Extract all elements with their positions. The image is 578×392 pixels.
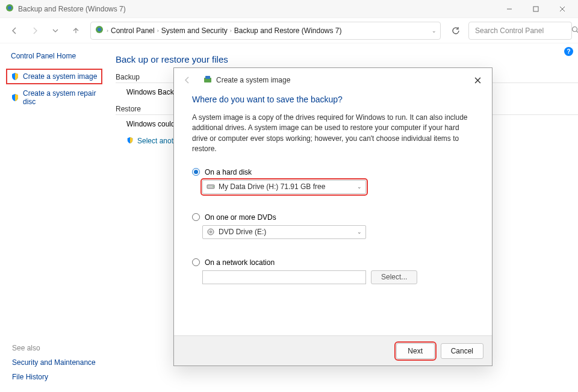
dialog-title: Create a system image xyxy=(216,76,290,84)
svg-point-15 xyxy=(213,186,214,187)
chevron-right-icon: › xyxy=(157,28,159,34)
shield-icon xyxy=(11,72,19,81)
app-icon xyxy=(5,3,14,14)
back-button[interactable] xyxy=(6,22,23,39)
dvd-value: DVD Drive (E:) xyxy=(219,228,266,236)
file-history-link[interactable]: File History xyxy=(12,373,96,381)
svg-point-17 xyxy=(210,231,212,233)
minimize-button[interactable] xyxy=(496,0,523,18)
chevron-right-icon: › xyxy=(230,28,232,34)
maximize-button[interactable] xyxy=(523,0,549,18)
hard-disk-label[interactable]: On a hard disk xyxy=(205,168,252,176)
forward-button[interactable] xyxy=(26,22,43,39)
sidebar: Control Panel Home Create a system image… xyxy=(11,52,107,107)
network-label[interactable]: On a network location xyxy=(205,258,275,267)
backup-target-dvd: On one or more DVDs DVD Drive (E:) ⌄ xyxy=(192,213,474,239)
svg-point-8 xyxy=(573,26,577,31)
dvd-radio[interactable] xyxy=(192,213,200,221)
disc-icon xyxy=(207,228,215,235)
select-network-button[interactable]: Select... xyxy=(371,270,417,284)
network-path-input[interactable] xyxy=(202,270,366,284)
chevron-down-icon: ⌄ xyxy=(357,184,362,190)
dialog-icon xyxy=(203,75,213,86)
chevron-right-icon: › xyxy=(107,28,108,34)
network-radio[interactable] xyxy=(192,258,200,266)
create-repair-disc-label: Create a system repair disc xyxy=(23,89,107,106)
search-input[interactable] xyxy=(468,22,572,40)
up-button[interactable] xyxy=(67,22,84,39)
breadcrumb-system-security[interactable]: System and Security xyxy=(161,26,228,35)
page-title: Back up or restore your files xyxy=(116,54,578,64)
chevron-down-icon[interactable]: ⌄ xyxy=(432,28,437,34)
cancel-button[interactable]: Cancel xyxy=(441,343,483,359)
svg-point-1 xyxy=(8,6,11,10)
backup-target-hard-disk: On a hard disk My Data Drive (H:) 71.91 … xyxy=(192,168,474,194)
close-button[interactable] xyxy=(549,0,576,18)
create-system-image-label: Create a system image xyxy=(23,72,97,81)
control-panel-home-link[interactable]: Control Panel Home xyxy=(11,52,107,60)
see-also: See also Security and Maintenance File H… xyxy=(12,344,96,381)
dvd-select[interactable]: DVD Drive (E:) ⌄ xyxy=(202,225,366,239)
shield-icon xyxy=(11,93,19,102)
chevron-down-icon: ⌄ xyxy=(357,229,362,235)
dialog-description: A system image is a copy of the drives r… xyxy=(192,113,474,155)
search-field[interactable] xyxy=(474,26,567,36)
see-also-label: See also xyxy=(12,344,96,352)
create-repair-disc-link[interactable]: Create a system repair disc xyxy=(11,88,107,107)
dvd-label[interactable]: On one or more DVDs xyxy=(205,213,276,222)
dialog-close-button[interactable] xyxy=(469,72,486,89)
breadcrumb-control-panel[interactable]: Control Panel xyxy=(111,26,155,35)
navbar: › Control Panel › System and Security › … xyxy=(0,18,578,43)
shield-icon xyxy=(126,137,135,145)
security-maintenance-link[interactable]: Security and Maintenance xyxy=(12,358,96,367)
dialog-body: Where do you want to save the backup? A … xyxy=(174,92,492,335)
dialog-footer: Next Cancel xyxy=(174,335,492,366)
search-icon xyxy=(571,26,578,36)
backup-target-network: On a network location Select... xyxy=(192,258,474,284)
breadcrumb-backup-restore[interactable]: Backup and Restore (Windows 7) xyxy=(234,26,342,35)
addressbar[interactable]: › Control Panel › System and Security › … xyxy=(90,22,441,40)
svg-rect-11 xyxy=(205,76,210,79)
create-system-image-dialog: Create a system image Where do you want … xyxy=(173,67,493,366)
hard-disk-radio[interactable] xyxy=(192,168,200,176)
hard-disk-select[interactable]: My Data Drive (H:) 71.91 GB free ⌄ xyxy=(202,180,366,194)
dialog-header: Create a system image xyxy=(174,68,492,92)
svg-point-7 xyxy=(98,28,101,31)
window-title: Backup and Restore (Windows 7) xyxy=(18,5,126,13)
addressbar-icon xyxy=(95,25,104,36)
dialog-heading: Where do you want to save the backup? xyxy=(192,95,474,104)
next-button[interactable]: Next xyxy=(396,343,435,359)
dialog-back-button[interactable] xyxy=(179,72,196,89)
refresh-button[interactable] xyxy=(447,22,465,40)
titlebar: Backup and Restore (Windows 7) xyxy=(0,0,578,18)
recent-locations-button[interactable] xyxy=(47,22,64,39)
create-system-image-link[interactable]: Create a system image xyxy=(11,71,98,82)
svg-rect-3 xyxy=(533,7,538,11)
hard-disk-value: My Data Drive (H:) 71.91 GB free xyxy=(219,182,325,191)
drive-icon xyxy=(207,183,215,190)
